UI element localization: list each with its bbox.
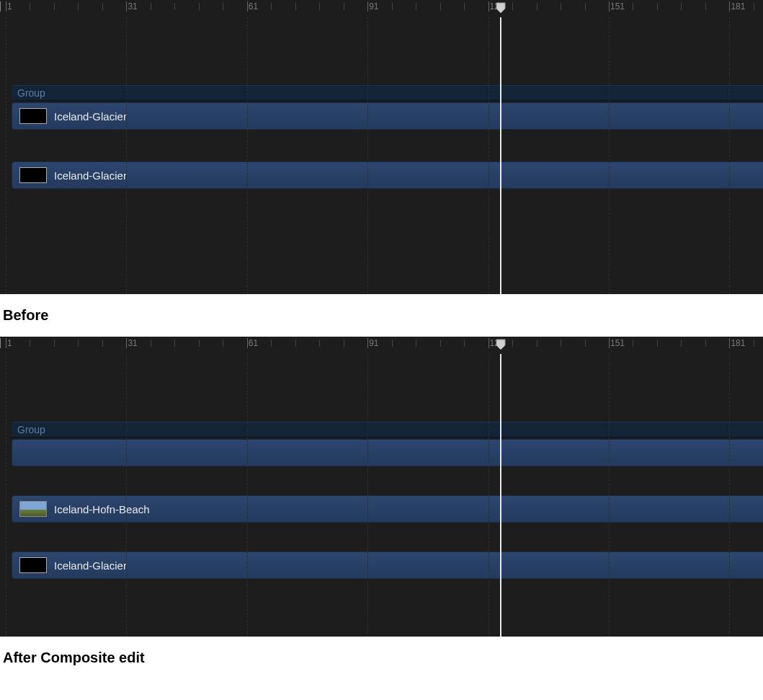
timeline-gridline xyxy=(6,354,6,637)
group-label: Group xyxy=(17,87,45,99)
ruler-tick-minor xyxy=(54,3,55,10)
ruler-tick-major xyxy=(247,338,248,348)
clip[interactable]: Iceland-Hofn-Beach xyxy=(12,495,763,523)
timeline-gridline xyxy=(126,17,127,294)
timeline-gridline xyxy=(488,17,489,294)
ruler-tick-minor xyxy=(416,340,416,347)
ruler-label: 91 xyxy=(369,338,378,348)
ruler-tick-minor xyxy=(344,3,344,10)
timeline-gridline xyxy=(367,354,368,637)
ruler-tick-major xyxy=(729,1,730,12)
ruler-tick-minor xyxy=(199,340,200,347)
ruler-tick-minor xyxy=(705,3,706,10)
clip[interactable]: Iceland-Glacier xyxy=(12,551,763,579)
clip[interactable]: Iceland-Glacier xyxy=(12,102,763,130)
ruler-tick-minor xyxy=(199,3,200,10)
ruler[interactable]: 1316191121151181 xyxy=(0,0,763,17)
timeline-gridline xyxy=(729,17,730,294)
ruler-label: 31 xyxy=(128,1,137,12)
clip-label: Iceland-Glacier xyxy=(54,169,127,182)
ruler-tick-minor xyxy=(464,340,465,347)
timeline-gridline xyxy=(247,354,248,637)
ruler-tick-minor xyxy=(102,340,103,347)
timeline-body[interactable]: Group Iceland-Glacier Iceland-Glacier xyxy=(0,17,763,294)
ruler-tick-minor xyxy=(585,340,586,347)
timeline-start-marker xyxy=(0,1,1,12)
ruler[interactable]: 1316191121151181 xyxy=(0,337,763,354)
clip[interactable]: Iceland-Glacier xyxy=(12,161,763,189)
ruler-tick-minor xyxy=(537,3,537,10)
ruler-label: 61 xyxy=(249,1,258,12)
timeline-gridline xyxy=(367,17,368,294)
timeline-body[interactable]: Group Iceland-Hofn-Beach Iceland-Glacier xyxy=(0,354,763,637)
ruler-tick-major xyxy=(126,338,127,348)
ruler-tick-minor xyxy=(657,3,658,10)
ruler-tick-minor xyxy=(561,340,561,347)
ruler-tick-minor xyxy=(657,340,658,347)
ruler-tick-minor xyxy=(705,340,706,347)
timeline-start-marker xyxy=(0,338,1,348)
ruler-tick-major xyxy=(488,338,489,348)
ruler-tick-minor xyxy=(223,340,223,347)
ruler-tick-minor xyxy=(271,340,272,347)
timeline-gridline xyxy=(488,354,489,637)
ruler-tick-minor xyxy=(585,3,586,10)
ruler-tick-minor xyxy=(319,3,320,10)
playhead-handle[interactable] xyxy=(496,339,506,349)
ruler-tick-minor xyxy=(151,340,151,347)
ruler-tick-minor xyxy=(102,3,103,10)
ruler-tick-major xyxy=(6,1,6,12)
caption-after: After Composite edit xyxy=(3,650,763,666)
group-label: Group xyxy=(17,424,45,435)
ruler-tick-minor xyxy=(464,3,465,10)
ruler-tick-minor xyxy=(633,340,633,347)
ruler-tick-minor xyxy=(319,340,320,347)
ruler-tick-minor xyxy=(174,3,175,10)
ruler-label: 91 xyxy=(369,1,378,12)
clip[interactable] xyxy=(12,439,763,466)
ruler-label: 151 xyxy=(610,338,625,348)
ruler-tick-minor xyxy=(440,3,441,10)
ruler-tick-major xyxy=(126,1,127,12)
ruler-tick-minor xyxy=(151,3,151,10)
ruler-tick-minor xyxy=(30,3,30,10)
ruler-tick-minor xyxy=(295,3,296,10)
ruler-label: 31 xyxy=(128,338,137,348)
ruler-label: 61 xyxy=(249,338,258,348)
ruler-tick-major xyxy=(609,338,610,348)
ruler-tick-major xyxy=(247,1,248,12)
clip-label: Iceland-Hofn-Beach xyxy=(54,503,150,515)
ruler-tick-minor xyxy=(78,340,79,347)
playhead[interactable] xyxy=(500,354,501,637)
ruler-tick-minor xyxy=(537,340,537,347)
ruler-tick-minor xyxy=(174,340,175,347)
ruler-tick-major xyxy=(729,338,730,348)
ruler-tick-minor xyxy=(30,340,30,347)
ruler-tick-minor xyxy=(681,340,682,347)
ruler-tick-minor xyxy=(681,3,682,10)
clip-label: Iceland-Glacier xyxy=(54,110,127,123)
playhead[interactable] xyxy=(500,17,501,294)
ruler-label: 151 xyxy=(610,1,625,12)
timeline-gridline xyxy=(609,354,610,637)
timeline-gridline xyxy=(126,354,127,637)
clip-thumbnail xyxy=(19,108,47,124)
ruler-tick-minor xyxy=(392,340,393,347)
ruler-tick-major xyxy=(367,1,368,12)
ruler-label: 1 xyxy=(7,338,12,348)
group-header[interactable]: Group xyxy=(12,422,763,438)
playhead-handle[interactable] xyxy=(496,2,506,12)
ruler-tick-major xyxy=(609,1,610,12)
caption-before: Before xyxy=(3,307,763,324)
ruler-label: 181 xyxy=(731,1,745,12)
ruler-tick-minor xyxy=(440,340,441,347)
group-header[interactable]: Group xyxy=(12,85,763,101)
ruler-tick-major xyxy=(6,338,6,348)
ruler-tick-minor xyxy=(416,3,416,10)
ruler-tick-minor xyxy=(754,340,754,347)
ruler-tick-minor xyxy=(78,3,79,10)
ruler-tick-minor xyxy=(295,340,296,347)
ruler-tick-major xyxy=(367,338,368,348)
ruler-tick-minor xyxy=(512,340,513,347)
clip-thumbnail xyxy=(19,557,47,573)
